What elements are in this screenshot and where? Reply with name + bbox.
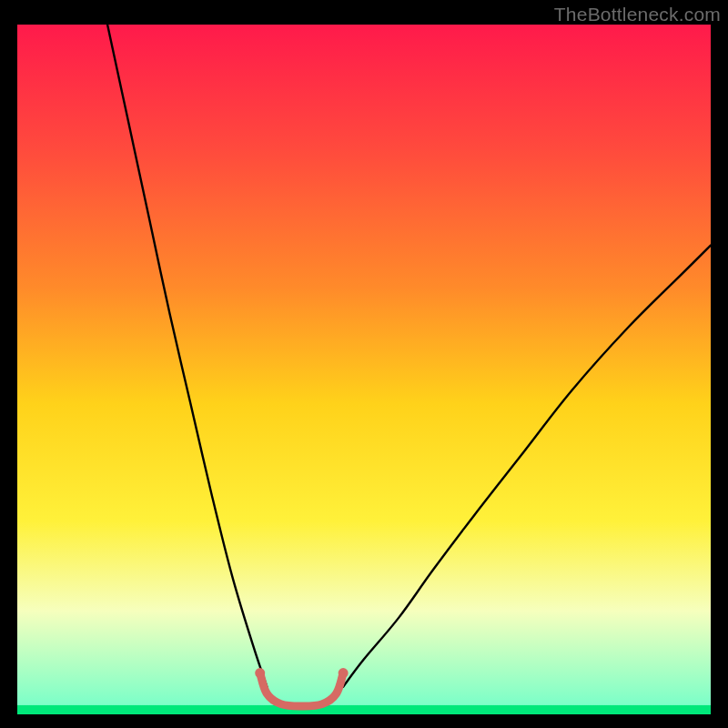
bottleneck-chart <box>0 0 728 728</box>
green-bottom-band <box>17 705 711 714</box>
trough-end-dot-left <box>255 668 265 678</box>
trough-end-dot-right <box>339 668 349 678</box>
watermark-text: TheBottleneck.com <box>554 4 721 25</box>
plot-background <box>17 25 711 714</box>
chart-frame: { "watermark": "TheBottleneck.com", "cha… <box>0 0 728 728</box>
